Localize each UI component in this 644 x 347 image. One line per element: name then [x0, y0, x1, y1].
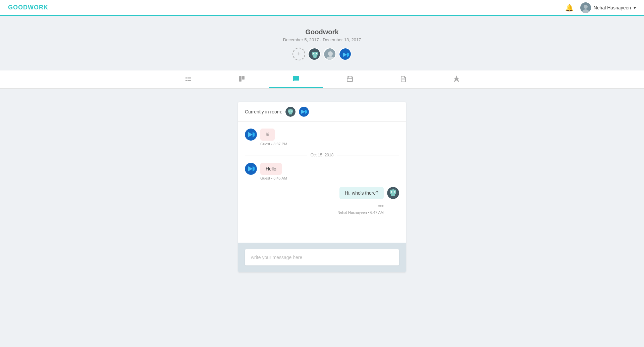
- date-divider: Oct 15, 2018: [245, 153, 399, 157]
- room-avatar-1: [285, 107, 296, 117]
- message-group-1: hi Guest • 8:37 PM: [245, 129, 399, 146]
- svg-point-47: [391, 191, 392, 193]
- members-row: +: [0, 48, 644, 60]
- svg-point-48: [394, 191, 395, 193]
- msg-text-2: Hello: [266, 166, 276, 171]
- tab-tasks[interactable]: [161, 70, 215, 88]
- msg-meta-3: Nehal Hasnayeen • 6:47 AM: [245, 210, 384, 214]
- msg-avatar-nehal: [387, 187, 399, 199]
- msg-text-1: hi: [266, 132, 269, 137]
- message-group-2: Hello Guest • 6:45 AM: [245, 163, 399, 180]
- tab-activity[interactable]: [430, 70, 483, 88]
- msg-avatar-guest-2: [245, 163, 257, 175]
- svg-point-1: [584, 5, 588, 9]
- svg-rect-22: [242, 76, 245, 80]
- tab-board[interactable]: [215, 70, 269, 88]
- msg-bubble-2: Hello: [260, 163, 282, 175]
- msg-options-button[interactable]: •••: [378, 203, 384, 209]
- messages-area[interactable]: hi Guest • 8:37 PM Oct 15, 2018: [238, 122, 406, 243]
- msg-avatar-guest-1: [245, 129, 257, 141]
- svg-rect-7: [314, 52, 316, 53]
- svg-point-32: [289, 111, 290, 112]
- chat-container: Currently in room:: [238, 102, 406, 272]
- msg-meta-1: Guest • 8:37 PM: [260, 142, 399, 146]
- msg-text-3: Hi, who's there?: [345, 190, 378, 196]
- svg-rect-23: [347, 77, 353, 82]
- divider-line-left: [245, 155, 307, 155]
- svg-rect-34: [290, 109, 291, 110]
- page-title: Goodwork: [0, 28, 644, 36]
- user-name: Nehal Hasnayeen: [594, 5, 631, 10]
- svg-rect-8: [313, 56, 317, 58]
- room-header-label: Currently in room:: [245, 109, 282, 114]
- svg-marker-29: [454, 76, 459, 83]
- svg-point-6: [316, 53, 317, 54]
- svg-rect-49: [392, 189, 394, 190]
- page-dates: December 5, 2017 - December 13, 2017: [0, 37, 644, 42]
- svg-rect-35: [289, 113, 292, 114]
- add-member-button[interactable]: +: [292, 48, 305, 60]
- main-content: Currently in room:: [0, 89, 644, 286]
- tab-calendar[interactable]: [323, 70, 377, 88]
- tabs-bar: [0, 70, 644, 89]
- msg-bubble-1: hi: [260, 129, 275, 141]
- msg-meta-2: Guest • 6:45 AM: [260, 176, 399, 180]
- room-header: Currently in room:: [238, 102, 406, 122]
- message-row-2: Hello: [245, 163, 399, 175]
- message-input[interactable]: [245, 249, 399, 265]
- message-input-area: [238, 243, 406, 272]
- app-logo: GOODWORK: [8, 4, 48, 11]
- tab-messages[interactable]: [269, 70, 323, 88]
- nav-right: 🔔 Nehal Hasnayeen ▾: [565, 2, 636, 13]
- svg-point-10: [328, 51, 333, 56]
- dropdown-icon: ▾: [634, 5, 636, 10]
- svg-point-33: [291, 111, 292, 112]
- user-menu[interactable]: Nehal Hasnayeen ▾: [580, 2, 636, 13]
- notifications-bell-icon[interactable]: 🔔: [565, 4, 574, 12]
- page-header: Goodwork December 5, 2017 - December 13,…: [0, 16, 644, 67]
- message-group-3: Hi, who's there? ••• Nehal Hasnayeen • 6…: [245, 187, 399, 214]
- user-avatar-nav: [580, 2, 591, 13]
- member-avatar-1: [308, 48, 321, 60]
- svg-point-5: [313, 53, 314, 54]
- top-nav: GOODWORK 🔔 Nehal Hasnayeen ▾: [0, 0, 644, 16]
- message-row-3: Hi, who's there? •••: [245, 187, 399, 209]
- member-avatar-3: [339, 48, 352, 60]
- room-avatar-2: [299, 107, 309, 117]
- divider-line-right: [337, 155, 399, 155]
- message-row-1: hi: [245, 129, 399, 141]
- member-avatar-2: [323, 48, 336, 60]
- svg-rect-21: [239, 76, 241, 82]
- tab-files[interactable]: [377, 70, 430, 88]
- svg-rect-50: [391, 194, 395, 196]
- msg-bubble-3: Hi, who's there?: [339, 187, 384, 199]
- date-divider-text: Oct 15, 2018: [311, 153, 334, 157]
